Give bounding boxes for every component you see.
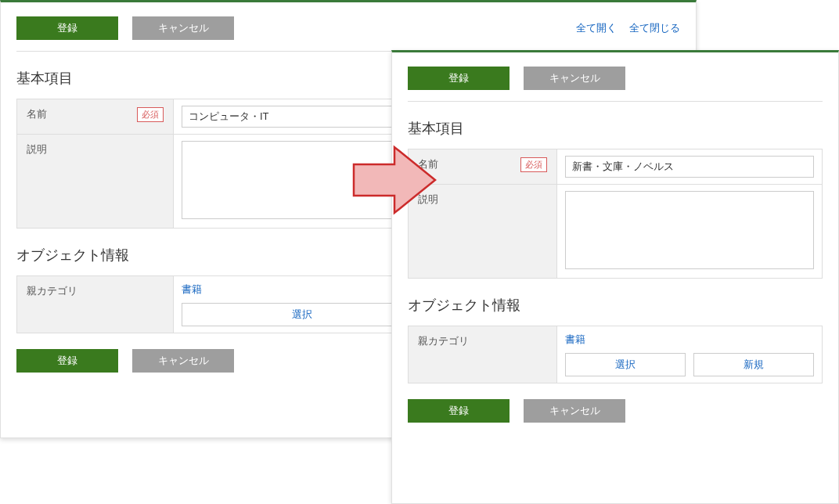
row-parent-category: 親カテゴリ 書籍 選択 新規 bbox=[409, 326, 822, 383]
value-cell-description bbox=[557, 185, 822, 278]
required-badge: 必須 bbox=[137, 107, 164, 122]
label-description: 説明 bbox=[27, 142, 47, 157]
cancel-button-bottom[interactable]: キャンセル bbox=[132, 349, 234, 373]
cancel-button[interactable]: キャンセル bbox=[132, 16, 234, 40]
collapse-all-link[interactable]: 全て閉じる bbox=[629, 21, 680, 35]
basic-form-table: 名前 必須 説明 bbox=[408, 149, 823, 279]
select-button[interactable]: 選択 bbox=[565, 353, 686, 376]
row-name: 名前 必須 bbox=[409, 149, 822, 185]
panel-right: 登録 キャンセル 基本項目 名前 必須 説明 オブジェクト情報 親カテゴリ bbox=[391, 50, 839, 504]
label-cell-parent-category: 親カテゴリ bbox=[409, 326, 557, 383]
value-cell-name bbox=[557, 149, 822, 184]
required-badge: 必須 bbox=[520, 157, 547, 172]
cancel-button-bottom[interactable]: キャンセル bbox=[524, 399, 625, 423]
label-cell-name: 名前 必須 bbox=[17, 99, 174, 134]
top-toolbar: 登録 キャンセル bbox=[408, 52, 823, 102]
label-cell-parent-category: 親カテゴリ bbox=[17, 276, 174, 333]
register-button[interactable]: 登録 bbox=[408, 67, 510, 90]
expand-all-link[interactable]: 全て開く bbox=[576, 21, 617, 35]
cancel-button[interactable]: キャンセル bbox=[524, 67, 625, 90]
description-textarea[interactable] bbox=[565, 191, 814, 269]
object-form-table: 親カテゴリ 書籍 選択 新規 bbox=[408, 326, 823, 383]
parent-category-link[interactable]: 書籍 bbox=[182, 283, 202, 295]
bottom-toolbar: 登録 キャンセル bbox=[408, 383, 823, 423]
top-toolbar: 登録 キャンセル 全て開く 全て閉じる bbox=[16, 2, 680, 52]
row-description: 説明 bbox=[409, 185, 822, 278]
label-parent-category: 親カテゴリ bbox=[27, 284, 77, 298]
sub-btn-row: 選択 新規 bbox=[565, 353, 814, 376]
value-cell-parent-category: 書籍 選択 新規 bbox=[557, 326, 822, 383]
section-title-object: オブジェクト情報 bbox=[408, 279, 823, 326]
section-title-basic: 基本項目 bbox=[408, 102, 823, 149]
parent-category-link[interactable]: 書籍 bbox=[565, 333, 585, 345]
register-button-bottom[interactable]: 登録 bbox=[16, 349, 118, 373]
register-button-bottom[interactable]: 登録 bbox=[408, 399, 510, 423]
svg-marker-0 bbox=[354, 147, 435, 213]
label-cell-description: 説明 bbox=[17, 135, 174, 228]
label-name: 名前 bbox=[27, 107, 47, 121]
label-parent-category: 親カテゴリ bbox=[418, 334, 469, 348]
toolbar-links: 全て開く 全て閉じる bbox=[576, 21, 680, 35]
arrow-icon bbox=[347, 141, 441, 219]
register-button[interactable]: 登録 bbox=[16, 16, 118, 40]
name-input[interactable] bbox=[565, 156, 814, 178]
new-button[interactable]: 新規 bbox=[693, 353, 814, 376]
select-button[interactable]: 選択 bbox=[182, 303, 423, 326]
